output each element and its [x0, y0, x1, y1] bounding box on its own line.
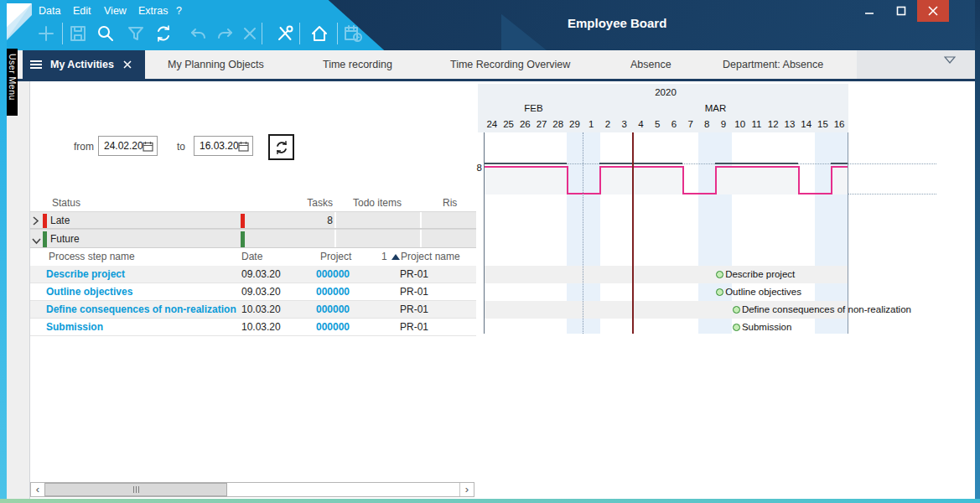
- col-header-tasks[interactable]: Tasks: [285, 195, 333, 211]
- gantt-year-label: 2020: [484, 85, 848, 100]
- workload-line: [682, 193, 699, 194]
- planning-calendar-icon[interactable]: [340, 21, 366, 46]
- minimize-button[interactable]: [853, 0, 885, 22]
- hamburger-icon[interactable]: [29, 60, 43, 70]
- capacity-top-line: [715, 163, 732, 164]
- col-header-process-step[interactable]: Process step name: [49, 249, 135, 265]
- tab-department-absence[interactable]: Department: Absence: [723, 50, 823, 79]
- scrollbar-thumb[interactable]: [44, 483, 227, 496]
- menu-help[interactable]: ?: [176, 3, 182, 18]
- tools-icon[interactable]: [272, 21, 298, 46]
- delete-icon[interactable]: [237, 21, 262, 46]
- process-step-link[interactable]: Describe project: [46, 266, 125, 283]
- col-header-project-name[interactable]: Project name: [401, 249, 460, 265]
- gantt-day-label: 2: [599, 117, 616, 132]
- apply-refresh-button[interactable]: [268, 134, 294, 160]
- search-icon[interactable]: [93, 21, 118, 46]
- workload-line: [533, 166, 550, 168]
- process-step-link[interactable]: Submission: [46, 319, 103, 336]
- process-step-link[interactable]: Outline objectives: [46, 283, 132, 301]
- project-name-cell: PR-01: [400, 301, 428, 319]
- status-color-bar: [241, 214, 245, 228]
- date-cell: 10.03.20: [241, 319, 281, 336]
- tab-time-recording[interactable]: Time recording: [323, 50, 392, 79]
- gantt-day-label: 14: [798, 117, 815, 132]
- group-row-future[interactable]: Future: [30, 229, 476, 248]
- cell-divider: [420, 212, 422, 228]
- tab-my-planning-objects[interactable]: My Planning Objects: [168, 50, 264, 79]
- cell-divider: [334, 212, 336, 228]
- tab-close-icon[interactable]: [123, 60, 132, 69]
- capacity-top-line: [599, 163, 616, 164]
- workload-line: [567, 193, 583, 194]
- workload-line: [732, 166, 749, 168]
- refresh-icon[interactable]: [151, 21, 176, 46]
- project-link[interactable]: 000000: [316, 301, 350, 319]
- tab-dropdown-icon[interactable]: [944, 55, 956, 67]
- home-icon[interactable]: [307, 21, 332, 46]
- gantt-day-label: 6: [666, 117, 682, 132]
- calendar-icon[interactable]: [238, 141, 249, 152]
- milestone-marker[interactable]: [733, 306, 740, 314]
- cell-divider: [420, 230, 422, 247]
- table-row[interactable]: Describe project 09.03.20 000000 PR-01: [30, 266, 476, 283]
- table-row[interactable]: Submission 10.03.20 000000 PR-01: [30, 319, 476, 336]
- workload-line: [765, 166, 781, 168]
- menu-edit[interactable]: Edit: [73, 3, 91, 18]
- gantt-day-label: 13: [781, 117, 798, 132]
- workload-line: [781, 166, 798, 168]
- to-date-input[interactable]: 16.03.20: [194, 136, 253, 156]
- col-header-date[interactable]: Date: [241, 249, 262, 265]
- col-header-risks[interactable]: Ris: [443, 195, 457, 211]
- milestone-marker[interactable]: [733, 324, 740, 331]
- table-row[interactable]: Define consequences of non-realization 1…: [30, 301, 476, 319]
- tab-absence[interactable]: Absence: [630, 50, 671, 79]
- sort-indicator[interactable]: 1: [381, 249, 400, 265]
- table-row[interactable]: Outline objectives 09.03.20 000000 PR-01: [30, 283, 476, 301]
- gantt-day-label: 7: [682, 117, 699, 132]
- chevron-down-icon[interactable]: [32, 236, 41, 247]
- col-header-project[interactable]: Project: [320, 249, 351, 265]
- from-date-value: 24.02.20: [104, 140, 143, 152]
- redo-icon[interactable]: [212, 21, 237, 46]
- workload-line: [516, 166, 533, 168]
- capacity-top-line: [732, 163, 749, 164]
- user-menu-handle[interactable]: User Menu: [7, 49, 18, 116]
- process-step-link[interactable]: Define consequences of non-realization: [46, 301, 236, 319]
- col-header-todo-items[interactable]: Todo items: [334, 195, 420, 211]
- project-link[interactable]: 000000: [316, 266, 350, 283]
- milestone-label: Define consequences of non-realization: [742, 303, 911, 316]
- save-icon[interactable]: [65, 21, 91, 46]
- col-header-status[interactable]: Status: [52, 195, 80, 211]
- scroll-left-button[interactable]: ‹: [31, 483, 45, 496]
- user-menu-strip[interactable]: [7, 81, 30, 499]
- workload-line: [633, 166, 650, 168]
- maximize-button[interactable]: [885, 0, 917, 22]
- group-row-late[interactable]: Late 8: [30, 211, 476, 229]
- today-line: [632, 132, 634, 334]
- add-icon[interactable]: [34, 21, 59, 46]
- close-button[interactable]: [917, 0, 949, 22]
- menu-data[interactable]: Data: [39, 3, 60, 18]
- capacity-top-line: [649, 163, 666, 164]
- menu-extras[interactable]: Extras: [138, 3, 168, 18]
- from-date-input[interactable]: 24.02.20: [98, 136, 158, 156]
- tab-my-activities[interactable]: My Activities: [23, 50, 145, 79]
- project-link[interactable]: 000000: [316, 283, 350, 301]
- chart-left-edge: [484, 132, 485, 334]
- calendar-icon[interactable]: [143, 141, 153, 152]
- scroll-right-button[interactable]: ›: [459, 483, 474, 496]
- undo-icon[interactable]: [186, 21, 211, 46]
- menu-view[interactable]: View: [104, 3, 127, 18]
- status-color-bar: [241, 231, 245, 247]
- chevron-right-icon[interactable]: [33, 216, 39, 228]
- project-link[interactable]: 000000: [316, 319, 350, 336]
- tab-time-recording-overview[interactable]: Time Recording Overview: [450, 50, 570, 79]
- workload-line: [599, 166, 616, 168]
- gantt-day-label: 10: [732, 117, 749, 132]
- horizontal-scrollbar[interactable]: ‹ ›: [30, 482, 474, 497]
- gantt-month-feb: FEB: [484, 101, 583, 116]
- gantt-day-label: 4: [633, 117, 650, 132]
- filter-icon[interactable]: [123, 21, 148, 46]
- workload-line: [749, 166, 765, 168]
